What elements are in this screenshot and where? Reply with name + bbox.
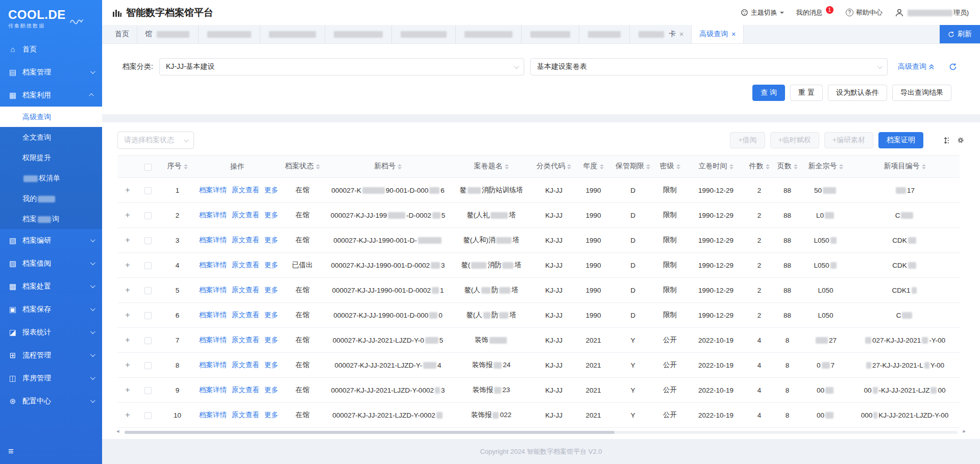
action-link[interactable]: 档案详情: [199, 386, 227, 394]
sidebar-subitem[interactable]: 权限提升: [0, 147, 102, 168]
sort-icon[interactable]: [676, 162, 680, 171]
archive-table-select[interactable]: 基本建设案卷表: [530, 58, 888, 75]
action-link[interactable]: 档案详情: [199, 186, 227, 194]
borrow-button[interactable]: +借阅: [730, 132, 765, 148]
sort-icon[interactable]: [839, 162, 843, 171]
collapse-sidebar-icon[interactable]: ≡: [8, 446, 14, 457]
sidebar-item-config[interactable]: ⊛配置中心: [0, 390, 102, 413]
action-link[interactable]: 更多: [264, 261, 278, 269]
tab[interactable]: 卡×: [630, 25, 692, 43]
user-account[interactable]: 理员): [895, 8, 969, 17]
scroll-right-icon[interactable]: ▸: [963, 428, 966, 434]
sort-icon[interactable]: [729, 162, 733, 171]
action-link[interactable]: 档案详情: [199, 411, 227, 419]
sidebar-item-archive-store[interactable]: ▣档案保存: [0, 298, 102, 321]
sidebar-item-report-stats[interactable]: ◪报表统计: [0, 321, 102, 344]
tab[interactable]: [325, 25, 392, 43]
action-link[interactable]: 更多: [264, 386, 278, 394]
reset-button[interactable]: 重 置: [790, 85, 823, 101]
action-link[interactable]: 更多: [264, 411, 278, 419]
action-link[interactable]: 更多: [264, 211, 278, 219]
action-link[interactable]: 更多: [264, 286, 278, 294]
tab[interactable]: 馆: [137, 25, 199, 43]
sort-icon[interactable]: [766, 162, 770, 171]
sort-icon[interactable]: [505, 162, 509, 171]
tab[interactable]: [456, 25, 522, 43]
action-link[interactable]: 更多: [264, 311, 278, 319]
action-link[interactable]: 原文查看: [232, 311, 259, 319]
archive-category-select[interactable]: KJ-JJ-基本建设: [159, 58, 524, 75]
sidebar-subitem[interactable]: 高级查询: [0, 107, 102, 127]
reset-filters-icon[interactable]: [949, 63, 957, 71]
expand-row-button[interactable]: +: [117, 203, 138, 228]
select-all-checkbox[interactable]: [144, 164, 152, 171]
archive-status-select[interactable]: 请选择档案状态: [117, 132, 194, 149]
action-link[interactable]: 原文查看: [232, 411, 259, 419]
sort-icon[interactable]: [794, 162, 798, 171]
row-checkbox[interactable]: [144, 387, 152, 394]
archive-cert-button[interactable]: 档案证明: [878, 132, 923, 148]
sidebar-subitem[interactable]: 档案询: [0, 209, 102, 229]
expand-row-button[interactable]: +: [117, 303, 138, 328]
compile-material-button[interactable]: +编研素材: [824, 132, 873, 148]
action-link[interactable]: 原文查看: [232, 186, 259, 194]
expand-row-button[interactable]: +: [117, 278, 138, 303]
row-height-icon[interactable]: [942, 137, 949, 144]
row-checkbox[interactable]: [144, 412, 152, 419]
action-link[interactable]: 原文查看: [232, 211, 259, 219]
set-default-button[interactable]: 设为默认条件: [828, 85, 887, 101]
scrollbar-thumb[interactable]: [125, 431, 615, 434]
action-link[interactable]: 更多: [264, 336, 278, 344]
column-header[interactable]: 序号: [158, 156, 197, 178]
column-settings-gear-icon[interactable]: [957, 136, 965, 144]
sort-icon[interactable]: [398, 162, 402, 171]
column-header[interactable]: 密级: [653, 156, 687, 178]
action-link[interactable]: 更多: [264, 236, 278, 244]
action-link[interactable]: 原文查看: [232, 261, 259, 269]
action-link[interactable]: 档案详情: [199, 361, 227, 369]
tab[interactable]: [579, 25, 630, 43]
row-checkbox[interactable]: [144, 337, 152, 344]
tab[interactable]: [199, 25, 260, 43]
action-link[interactable]: 原文查看: [232, 336, 259, 344]
tab[interactable]: [392, 25, 456, 43]
column-header[interactable]: 新档号: [327, 156, 449, 178]
row-checkbox[interactable]: [144, 262, 152, 269]
row-checkbox[interactable]: [144, 287, 152, 294]
sort-icon[interactable]: [567, 162, 571, 171]
sidebar-item-archive-compile[interactable]: ▧档案编研: [0, 229, 102, 252]
close-icon[interactable]: ×: [679, 31, 683, 38]
tab[interactable]: [522, 25, 579, 43]
query-button[interactable]: 查 询: [752, 85, 785, 101]
sidebar-item-warehouse[interactable]: ◫库房管理: [0, 367, 102, 390]
sort-icon[interactable]: [922, 162, 926, 171]
row-checkbox[interactable]: [144, 362, 152, 369]
tab[interactable]: 高级查询×: [692, 25, 744, 43]
sort-icon[interactable]: [600, 162, 604, 171]
row-checkbox[interactable]: [144, 212, 152, 219]
expand-row-button[interactable]: +: [117, 353, 138, 378]
theme-switch[interactable]: 主题切换: [741, 8, 784, 17]
action-link[interactable]: 档案详情: [199, 311, 227, 319]
action-link[interactable]: 档案详情: [199, 211, 227, 219]
column-header[interactable]: 新项目编号: [850, 156, 960, 178]
action-link[interactable]: 原文查看: [232, 286, 259, 294]
row-checkbox[interactable]: [144, 312, 152, 319]
expand-row-button[interactable]: +: [117, 403, 138, 428]
action-link[interactable]: 档案详情: [199, 261, 227, 269]
expand-row-button[interactable]: +: [117, 253, 138, 278]
my-messages[interactable]: 我的消息 1: [796, 8, 834, 17]
advanced-query-toggle[interactable]: 高级查询: [898, 62, 935, 71]
action-link[interactable]: 原文查看: [232, 361, 259, 369]
expand-row-button[interactable]: +: [117, 178, 138, 203]
expand-row-button[interactable]: +: [117, 378, 138, 403]
tab[interactable]: [260, 25, 325, 43]
action-link[interactable]: 更多: [264, 186, 278, 194]
sidebar-item-workflow[interactable]: ⊞流程管理: [0, 344, 102, 367]
expand-row-button[interactable]: +: [117, 228, 138, 253]
export-results-button[interactable]: 导出查询结果: [892, 85, 951, 101]
sidebar-item-archive-manage[interactable]: ▤档案管理: [0, 61, 102, 84]
sidebar-item-home[interactable]: ⌂首页: [0, 38, 102, 61]
column-header[interactable]: 案卷题名: [449, 156, 533, 178]
column-header[interactable]: 分类代码: [533, 156, 574, 178]
